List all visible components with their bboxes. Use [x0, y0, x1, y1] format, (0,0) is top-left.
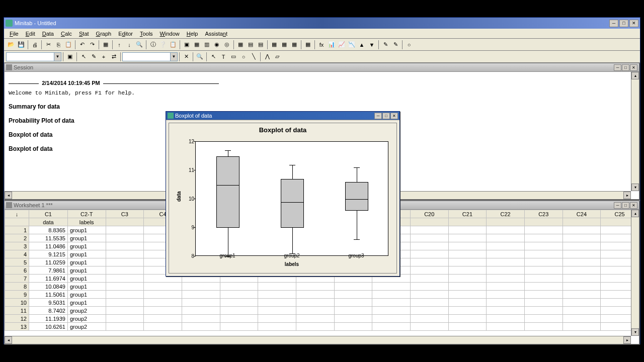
data-cell[interactable]: [448, 258, 487, 266]
data-cell[interactable]: [487, 234, 525, 242]
worksheet-scrollbar-vertical[interactable]: ▴ ▾: [631, 210, 639, 336]
data-cell[interactable]: 11.5535: [29, 234, 68, 242]
data-cell[interactable]: [487, 299, 525, 307]
data-cell[interactable]: group1: [67, 258, 106, 266]
data-cell[interactable]: [524, 242, 562, 250]
column-header[interactable]: C2-T: [67, 210, 106, 218]
data-cell[interactable]: [144, 307, 182, 315]
data-cell[interactable]: [144, 315, 182, 323]
data-cell[interactable]: [106, 275, 144, 283]
plot-area[interactable]: [195, 141, 388, 256]
chart-f-icon[interactable]: ✎: [380, 40, 390, 50]
data-cell[interactable]: [296, 323, 334, 331]
data-cell[interactable]: group1: [67, 242, 106, 250]
data-cell[interactable]: [562, 226, 601, 234]
data-cell[interactable]: [448, 307, 487, 315]
column-header[interactable]: C1: [29, 210, 68, 218]
data-cell[interactable]: [448, 266, 487, 275]
data-cell[interactable]: [106, 323, 144, 331]
data-cell[interactable]: [258, 299, 296, 307]
graph-content[interactable]: Boxplot of data data 89101112 group1grou…: [166, 120, 399, 276]
data-cell[interactable]: [296, 291, 334, 299]
data-cell[interactable]: [334, 291, 372, 299]
data-cell[interactable]: [524, 258, 562, 266]
scroll-left-icon[interactable]: ◂: [5, 336, 12, 344]
row-header[interactable]: 11: [5, 307, 29, 315]
column-name[interactable]: [410, 218, 448, 226]
data-cell[interactable]: [562, 242, 601, 250]
data-cell[interactable]: [182, 307, 220, 315]
table-row[interactable]: 911.5061group1: [5, 291, 639, 299]
column-name[interactable]: data: [29, 218, 68, 226]
tool-d-icon[interactable]: ◉: [212, 40, 222, 50]
data-cell[interactable]: [372, 315, 411, 323]
chart-e-icon[interactable]: ▼: [367, 40, 377, 50]
data-cell[interactable]: [106, 258, 144, 266]
data-cell[interactable]: [410, 234, 448, 242]
table-row[interactable]: 118.7402group2: [5, 307, 639, 315]
data-cell[interactable]: [106, 226, 144, 234]
session-minimize-button[interactable]: ─: [614, 64, 621, 71]
data-cell[interactable]: 7.9861: [29, 266, 68, 275]
data-cell[interactable]: [106, 266, 144, 275]
data-cell[interactable]: [296, 299, 334, 307]
menu-editor[interactable]: Editor: [115, 30, 136, 38]
data-cell[interactable]: [448, 275, 487, 283]
data-cell[interactable]: [410, 250, 448, 258]
data-cell[interactable]: [106, 315, 144, 323]
data-cell[interactable]: [448, 299, 487, 307]
data-cell[interactable]: [296, 315, 334, 323]
data-cell[interactable]: [487, 250, 525, 258]
data-cell[interactable]: [220, 283, 258, 291]
data-cell[interactable]: [448, 234, 487, 242]
data-cell[interactable]: [410, 291, 448, 299]
data-cell[interactable]: [182, 283, 220, 291]
data-cell[interactable]: [372, 307, 411, 315]
chart-h-icon[interactable]: ○: [404, 40, 414, 50]
graph-minimize-button[interactable]: ─: [374, 113, 382, 119]
data-cell[interactable]: [334, 307, 372, 315]
data-cell[interactable]: [524, 299, 562, 307]
pointer-icon[interactable]: ↖: [78, 52, 89, 62]
chart-d-icon[interactable]: ▲: [357, 40, 367, 50]
data-cell[interactable]: [524, 266, 562, 275]
menu-assistant[interactable]: Assistant: [201, 30, 231, 38]
find-icon[interactable]: 🔍: [134, 40, 144, 50]
data-cell[interactable]: [524, 291, 562, 299]
data-cell[interactable]: [562, 250, 601, 258]
combo-selector-2[interactable]: ▼: [122, 52, 178, 61]
data-cell[interactable]: [562, 299, 601, 307]
cut-icon[interactable]: ✂: [43, 40, 53, 50]
data-cell[interactable]: [448, 315, 487, 323]
boxplot-box[interactable]: [281, 179, 304, 228]
app-titlebar[interactable]: Minitab - Untitled ─ □ ✕: [4, 18, 640, 29]
data-cell[interactable]: group1: [67, 283, 106, 291]
tool-b-icon[interactable]: ▦: [192, 40, 202, 50]
menu-help[interactable]: Help: [183, 30, 202, 38]
row-header[interactable]: 2: [5, 234, 29, 242]
data-cell[interactable]: [487, 226, 525, 234]
data-cell[interactable]: [334, 299, 372, 307]
data-cell[interactable]: [106, 283, 144, 291]
data-cell[interactable]: [220, 315, 258, 323]
brush-icon[interactable]: ✎: [89, 52, 99, 62]
menu-tools[interactable]: Tools: [136, 30, 156, 38]
zoom-icon[interactable]: 🔍: [195, 52, 205, 62]
data-cell[interactable]: group2: [67, 307, 106, 315]
menu-edit[interactable]: Edit: [22, 30, 39, 38]
table-row[interactable]: 1310.6261group2: [5, 323, 639, 331]
column-header[interactable]: C21: [448, 210, 487, 218]
row-header[interactable]: 8: [5, 283, 29, 291]
data-cell[interactable]: [334, 323, 372, 331]
tool-l-icon[interactable]: ▦: [303, 40, 313, 50]
column-name[interactable]: [487, 218, 525, 226]
scroll-down-icon[interactable]: ▾: [631, 184, 639, 191]
graph-canvas[interactable]: Boxplot of data data 89101112 group1grou…: [169, 123, 397, 274]
data-cell[interactable]: [372, 291, 411, 299]
data-cell[interactable]: group2: [67, 315, 106, 323]
tool-icon[interactable]: ▦: [101, 40, 111, 50]
data-cell[interactable]: [562, 234, 601, 242]
data-cell[interactable]: [562, 266, 601, 275]
data-cell[interactable]: [448, 250, 487, 258]
data-cell[interactable]: [106, 242, 144, 250]
